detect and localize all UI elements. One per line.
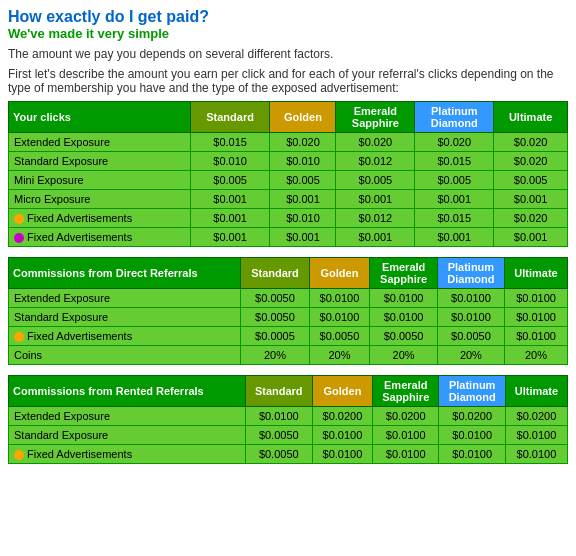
cell-0-2: $0.020 (270, 133, 336, 152)
table-row: Mini Exposure$0.005$0.005$0.005$0.005$0.… (9, 171, 568, 190)
cell-4-3: $0.012 (336, 209, 415, 228)
cell-2-4: $0.0100 (439, 445, 505, 464)
row-label: Standard Exposure (9, 152, 191, 171)
cell-1-1: $0.0050 (245, 426, 312, 445)
cell-0-5: $0.020 (494, 133, 568, 152)
row-label: Micro Exposure (9, 190, 191, 209)
header-col-3: EmeraldSapphire (336, 102, 415, 133)
header-col-4: PlatinumDiamond (437, 258, 504, 289)
cell-4-1: $0.001 (190, 209, 270, 228)
table-direct-referrals: Commissions from Direct ReferralsStandar… (8, 257, 568, 365)
cell-0-4: $0.020 (415, 133, 494, 152)
cell-0-3: $0.0200 (373, 407, 439, 426)
cell-1-5: $0.020 (494, 152, 568, 171)
header-col-5: Ultimate (494, 102, 568, 133)
cell-2-1: $0.0005 (241, 327, 309, 346)
table-row: Extended Exposure$0.0100$0.0200$0.0200$0… (9, 407, 568, 426)
header-col-3: EmeraldSapphire (373, 376, 439, 407)
table-row: Fixed Advertisements$0.0050$0.0100$0.010… (9, 445, 568, 464)
cell-0-3: $0.0100 (370, 289, 437, 308)
cell-0-1: $0.0050 (241, 289, 309, 308)
cell-4-2: $0.010 (270, 209, 336, 228)
cell-0-1: $0.015 (190, 133, 270, 152)
cell-5-1: $0.001 (190, 228, 270, 247)
header-col-2: Golden (312, 376, 372, 407)
dot-purple-icon (14, 233, 24, 243)
header-col-4: PlatinumDiamond (439, 376, 505, 407)
cell-2-1: $0.005 (190, 171, 270, 190)
table-row: Fixed Advertisements$0.001$0.001$0.001$0… (9, 228, 568, 247)
cell-5-3: $0.001 (336, 228, 415, 247)
cell-3-3: 20% (370, 346, 437, 365)
cell-0-1: $0.0100 (245, 407, 312, 426)
dot-orange-icon (14, 214, 24, 224)
cell-1-1: $0.010 (190, 152, 270, 171)
table-row: Standard Exposure$0.0050$0.0100$0.0100$0… (9, 426, 568, 445)
page-subtitle: We've made it very simple (8, 26, 568, 41)
cell-2-1: $0.0050 (245, 445, 312, 464)
cell-1-1: $0.0050 (241, 308, 309, 327)
cell-5-2: $0.001 (270, 228, 336, 247)
table-row: Standard Exposure$0.010$0.010$0.012$0.01… (9, 152, 568, 171)
cell-3-2: 20% (309, 346, 370, 365)
header-col-1: Standard (241, 258, 309, 289)
cell-3-4: 20% (437, 346, 504, 365)
header-col-4: PlatinumDiamond (415, 102, 494, 133)
cell-1-4: $0.0100 (439, 426, 505, 445)
cell-2-5: $0.0100 (505, 445, 567, 464)
cell-0-4: $0.0100 (437, 289, 504, 308)
cell-2-3: $0.005 (336, 171, 415, 190)
cell-3-4: $0.001 (415, 190, 494, 209)
header-col-5: Ultimate (505, 376, 567, 407)
cell-0-2: $0.0100 (309, 289, 370, 308)
row-label: Coins (9, 346, 241, 365)
table-row: Standard Exposure$0.0050$0.0100$0.0100$0… (9, 308, 568, 327)
cell-1-2: $0.010 (270, 152, 336, 171)
cell-0-4: $0.0200 (439, 407, 505, 426)
cell-2-3: $0.0100 (373, 445, 439, 464)
dot-orange-icon (14, 450, 24, 460)
row-label: Fixed Advertisements (9, 327, 241, 346)
cell-2-5: $0.005 (494, 171, 568, 190)
cell-2-5: $0.0100 (505, 327, 568, 346)
para1: The amount we pay you depends on several… (8, 47, 568, 61)
row-label: Fixed Advertisements (9, 445, 246, 464)
cell-2-4: $0.005 (415, 171, 494, 190)
header-col-5: Ultimate (505, 258, 568, 289)
header-col-0: Your clicks (9, 102, 191, 133)
cell-1-4: $0.0100 (437, 308, 504, 327)
table-row: Micro Exposure$0.001$0.001$0.001$0.001$0… (9, 190, 568, 209)
cell-0-5: $0.0200 (505, 407, 567, 426)
table-row: Coins20%20%20%20%20% (9, 346, 568, 365)
row-label: Mini Exposure (9, 171, 191, 190)
cell-3-1: 20% (241, 346, 309, 365)
cell-1-2: $0.0100 (312, 426, 372, 445)
header-col-0: Commissions from Rented Referrals (9, 376, 246, 407)
header-col-1: Standard (245, 376, 312, 407)
header-col-1: Standard (190, 102, 270, 133)
table-row: Extended Exposure$0.015$0.020$0.020$0.02… (9, 133, 568, 152)
cell-1-3: $0.0100 (373, 426, 439, 445)
row-label: Extended Exposure (9, 133, 191, 152)
cell-2-4: $0.0050 (437, 327, 504, 346)
table-row: Fixed Advertisements$0.001$0.010$0.012$0… (9, 209, 568, 228)
cell-1-2: $0.0100 (309, 308, 370, 327)
cell-3-1: $0.001 (190, 190, 270, 209)
table-your-clicks: Your clicksStandardGoldenEmeraldSapphire… (8, 101, 568, 247)
cell-2-2: $0.005 (270, 171, 336, 190)
cell-5-4: $0.001 (415, 228, 494, 247)
cell-3-5: 20% (505, 346, 568, 365)
page-title: How exactly do I get paid? (8, 8, 568, 26)
row-label: Extended Exposure (9, 407, 246, 426)
table-row: Extended Exposure$0.0050$0.0100$0.0100$0… (9, 289, 568, 308)
dot-orange-icon (14, 332, 24, 342)
cell-0-3: $0.020 (336, 133, 415, 152)
cell-0-2: $0.0200 (312, 407, 372, 426)
table-row: Fixed Advertisements$0.0005$0.0050$0.005… (9, 327, 568, 346)
cell-3-2: $0.001 (270, 190, 336, 209)
cell-3-3: $0.001 (336, 190, 415, 209)
row-label: Extended Exposure (9, 289, 241, 308)
cell-3-5: $0.001 (494, 190, 568, 209)
row-label: Fixed Advertisements (9, 209, 191, 228)
cell-0-5: $0.0100 (505, 289, 568, 308)
